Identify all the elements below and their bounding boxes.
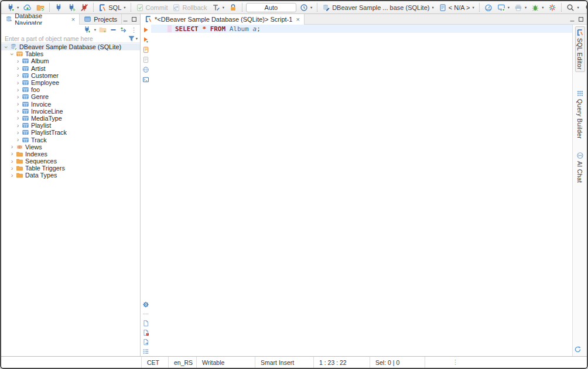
chevron-right-icon[interactable]: ›: [15, 101, 20, 107]
explain-plan-button[interactable]: [142, 66, 149, 73]
print-button[interactable]: ▾: [513, 2, 528, 13]
outline-button[interactable]: [142, 348, 149, 355]
tree-item-playlist[interactable]: ›Playlist: [1, 122, 140, 129]
chevron-right-icon[interactable]: ›: [15, 108, 20, 114]
sql-console-button[interactable]: ▾: [496, 2, 511, 13]
chevron-right-icon[interactable]: ›: [9, 151, 15, 156]
tree-item-mediatype[interactable]: ›MediaType: [1, 115, 140, 122]
maximize-editor-button[interactable]: [577, 16, 584, 23]
debug-button[interactable]: ▾: [530, 2, 545, 13]
tree-item-data-types[interactable]: ›Data Types: [1, 172, 140, 179]
tree-item-customer[interactable]: ›Customer: [1, 72, 140, 79]
commit-button[interactable]: Commit: [135, 2, 169, 13]
chevron-right-icon[interactable]: ›: [15, 123, 20, 128]
tree-item-track[interactable]: ›Track: [1, 136, 140, 143]
locale-indicator[interactable]: en_RS: [169, 357, 197, 368]
chevron-right-icon[interactable]: ›: [15, 115, 20, 121]
chevron-right-icon[interactable]: ›: [9, 144, 15, 149]
chevron-right-icon[interactable]: ›: [15, 94, 20, 100]
tree-item-dbeaver-sample-database-sqlite[interactable]: ›DBeaver Sample Database (SQLite): [1, 43, 140, 50]
transaction-log-button[interactable]: ▾: [299, 2, 313, 13]
execute-script-natural-button[interactable]: [142, 56, 149, 63]
commit-mode-combo[interactable]: Auto: [246, 3, 296, 12]
chevron-right-icon[interactable]: ›: [9, 166, 15, 171]
search-dropdown-button[interactable]: ▾: [565, 2, 580, 13]
chevron-right-icon[interactable]: ›: [15, 137, 20, 142]
tab-query-builder-vertical[interactable]: Query Builder: [576, 90, 584, 139]
sql-statement[interactable]: SELECT * FROM Album a;: [175, 25, 261, 33]
tab-database-navigator[interactable]: Database Navigator ×: [1, 14, 80, 25]
tree-item-artist[interactable]: ›Artist: [1, 65, 140, 72]
transaction-lock-button[interactable]: [228, 2, 238, 13]
new-sql-editor-button[interactable]: SQL ▾: [97, 2, 127, 13]
schema-selector[interactable]: < N/A > ▾: [437, 2, 476, 13]
tree-item-genre[interactable]: ›Genre: [1, 93, 140, 100]
tab-sql-editor-vertical[interactable]: SQL Editor: [575, 26, 585, 72]
tasks-button[interactable]: [547, 2, 558, 13]
chevron-right-icon[interactable]: ›: [15, 73, 20, 78]
tree-item-table-triggers[interactable]: ›Table Triggers: [1, 165, 140, 172]
minimize-panel-button[interactable]: [122, 16, 129, 23]
view-menu-button[interactable]: ⋮: [131, 27, 137, 33]
tree-item-playlisttrack[interactable]: ›PlaylistTrack: [1, 129, 140, 136]
chevron-right-icon[interactable]: ›: [15, 87, 20, 93]
chevron-down-icon[interactable]: ›: [4, 45, 9, 50]
tree-item-tables[interactable]: ›Tables: [1, 50, 140, 57]
tree-item-employee[interactable]: ›Employee: [1, 79, 140, 86]
global-search-button[interactable]: [584, 2, 588, 13]
open-console-button[interactable]: [142, 76, 149, 83]
chevron-right-icon[interactable]: ›: [9, 173, 15, 178]
tree-item-foo[interactable]: ›foo: [1, 86, 140, 93]
sql-editor-content[interactable]: SELECT * FROM Album a;: [151, 25, 572, 356]
chevron-right-icon[interactable]: ›: [15, 80, 20, 86]
cloud-connections-button[interactable]: [22, 2, 33, 13]
export-script-button[interactable]: [142, 339, 149, 346]
dashboard-button[interactable]: [483, 2, 494, 13]
close-icon[interactable]: ×: [71, 16, 75, 23]
collapse-all-button[interactable]: [110, 26, 117, 33]
editor-settings-button[interactable]: [142, 301, 149, 308]
tab-ai-chat-vertical[interactable]: AI Chat: [576, 152, 584, 183]
selection-indicator[interactable]: Sel: 0 | 0: [370, 357, 425, 368]
delete-script-button[interactable]: [142, 329, 149, 336]
tree-item-album[interactable]: ›Album: [1, 57, 140, 64]
tree-item-views[interactable]: ›Views: [1, 144, 140, 151]
new-folder-button[interactable]: [99, 26, 107, 33]
maximize-panel-button[interactable]: [131, 16, 138, 23]
timezone-indicator[interactable]: CET: [142, 357, 169, 368]
open-connection-button[interactable]: [35, 2, 46, 13]
chevron-right-icon[interactable]: ›: [15, 59, 20, 64]
new-connection-button[interactable]: ▾: [5, 2, 20, 13]
chevron-right-icon[interactable]: ›: [15, 130, 20, 135]
object-filter-input[interactable]: [4, 35, 128, 42]
filter-funnel-icon[interactable]: [128, 35, 135, 42]
invalidate-reconnect-button[interactable]: [66, 2, 77, 13]
status-bar-handle[interactable]: ⋮: [452, 358, 459, 366]
link-with-editor-button[interactable]: [120, 26, 128, 33]
execute-new-tab-button[interactable]: [142, 36, 149, 43]
close-icon[interactable]: ×: [296, 16, 299, 23]
connect-button[interactable]: [53, 2, 64, 13]
transaction-mode-button[interactable]: ▾: [211, 2, 225, 13]
background-task-icon[interactable]: [574, 346, 582, 353]
execute-script-button[interactable]: [142, 46, 149, 53]
execute-statement-button[interactable]: [142, 26, 149, 33]
tree-item-sequences[interactable]: ›Sequences: [1, 158, 140, 165]
caret-position-indicator[interactable]: 1 : 23 : 22: [314, 357, 370, 368]
tree-item-invoiceline[interactable]: ›InvoiceLine: [1, 108, 140, 115]
tree-item-indexes[interactable]: ›Indexes: [1, 151, 140, 158]
chevron-right-icon[interactable]: ›: [9, 159, 15, 164]
write-mode-indicator[interactable]: Writable: [197, 357, 255, 368]
minimize-editor-button[interactable]: [569, 16, 576, 23]
chevron-down-icon[interactable]: ›: [9, 52, 15, 57]
tab-sql-script[interactable]: *<DBeaver Sample Database (SQLite)> Scri…: [141, 14, 305, 25]
tree-item-invoice[interactable]: ›Invoice: [1, 101, 140, 108]
insert-mode-indicator[interactable]: Smart Insert: [255, 357, 314, 368]
new-connection-button[interactable]: [83, 26, 91, 33]
chevron-right-icon[interactable]: ›: [15, 66, 20, 71]
database-selector[interactable]: DBeaver Sample ... base (SQLite) ▾: [321, 2, 435, 13]
rollback-button[interactable]: Rollback: [171, 2, 208, 13]
new-script-button[interactable]: [142, 320, 149, 327]
disconnect-button[interactable]: [79, 2, 90, 13]
tab-projects[interactable]: Projects: [80, 14, 122, 25]
